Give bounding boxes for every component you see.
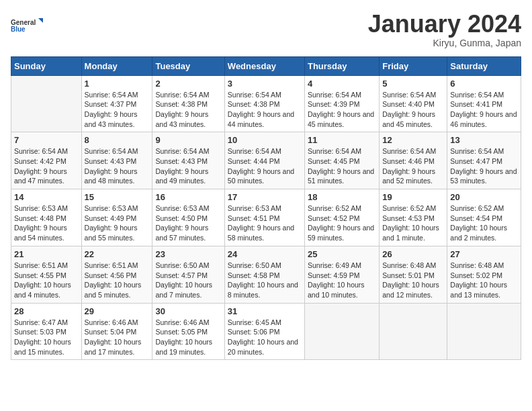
day-number: 9 xyxy=(155,135,221,145)
day-cell: 17 Sunrise: 6:53 AMSunset: 4:51 PMDaylig… xyxy=(224,189,304,246)
day-number: 30 xyxy=(155,306,221,316)
day-detail: Sunrise: 6:50 AMSunset: 4:58 PMDaylight:… xyxy=(228,261,302,300)
day-number: 19 xyxy=(382,192,444,202)
day-cell xyxy=(380,303,447,360)
day-detail: Sunrise: 6:50 AMSunset: 4:57 PMDaylight:… xyxy=(155,261,221,300)
day-detail: Sunrise: 6:53 AMSunset: 4:49 PMDaylight:… xyxy=(85,203,150,243)
day-cell: 24 Sunrise: 6:50 AMSunset: 4:58 PMDaylig… xyxy=(224,246,304,303)
header-cell: Monday xyxy=(81,56,152,75)
day-detail: Sunrise: 6:51 AMSunset: 4:55 PMDaylight:… xyxy=(14,261,79,300)
day-cell: 29 Sunrise: 6:46 AMSunset: 5:04 PMDaylig… xyxy=(81,303,152,360)
month-title: January 2024 xyxy=(368,11,521,38)
day-cell: 15 Sunrise: 6:53 AMSunset: 4:49 PMDaylig… xyxy=(81,189,152,246)
day-cell: 8 Sunrise: 6:54 AMSunset: 4:43 PMDayligh… xyxy=(81,132,152,189)
header-cell: Thursday xyxy=(304,56,379,75)
week-row: 14 Sunrise: 6:53 AMSunset: 4:48 PMDaylig… xyxy=(11,189,521,246)
location-subtitle: Kiryu, Gunma, Japan xyxy=(368,38,521,48)
week-row: 1 Sunrise: 6:54 AMSunset: 4:37 PMDayligh… xyxy=(11,75,521,132)
week-row: 7 Sunrise: 6:54 AMSunset: 4:42 PMDayligh… xyxy=(11,132,521,189)
day-number: 12 xyxy=(382,135,444,145)
svg-text:General: General xyxy=(11,19,36,26)
day-cell: 20 Sunrise: 6:52 AMSunset: 4:54 PMDaylig… xyxy=(447,189,521,246)
day-cell: 1 Sunrise: 6:54 AMSunset: 4:37 PMDayligh… xyxy=(81,75,152,132)
day-cell: 14 Sunrise: 6:53 AMSunset: 4:48 PMDaylig… xyxy=(11,189,82,246)
header-cell: Saturday xyxy=(447,56,521,75)
logo: General Blue xyxy=(11,11,44,40)
day-cell xyxy=(447,303,521,360)
header-cell: Tuesday xyxy=(152,56,224,75)
logo-svg: General Blue xyxy=(11,11,44,40)
day-detail: Sunrise: 6:53 AMSunset: 4:48 PMDaylight:… xyxy=(14,203,79,243)
day-detail: Sunrise: 6:52 AMSunset: 4:53 PMDaylight:… xyxy=(382,203,444,243)
day-cell: 4 Sunrise: 6:54 AMSunset: 4:39 PMDayligh… xyxy=(304,75,379,132)
day-detail: Sunrise: 6:49 AMSunset: 4:59 PMDaylight:… xyxy=(308,261,376,300)
day-number: 5 xyxy=(382,79,444,89)
day-number: 22 xyxy=(85,249,150,259)
svg-marker-2 xyxy=(38,18,43,23)
day-number: 13 xyxy=(450,135,518,145)
day-cell: 25 Sunrise: 6:49 AMSunset: 4:59 PMDaylig… xyxy=(304,246,379,303)
day-detail: Sunrise: 6:54 AMSunset: 4:45 PMDaylight:… xyxy=(308,146,376,186)
day-cell: 30 Sunrise: 6:46 AMSunset: 5:05 PMDaylig… xyxy=(152,303,224,360)
day-cell: 11 Sunrise: 6:54 AMSunset: 4:45 PMDaylig… xyxy=(304,132,379,189)
day-cell: 28 Sunrise: 6:47 AMSunset: 5:03 PMDaylig… xyxy=(11,303,82,360)
day-cell: 21 Sunrise: 6:51 AMSunset: 4:55 PMDaylig… xyxy=(11,246,82,303)
day-number: 16 xyxy=(155,192,221,202)
day-detail: Sunrise: 6:54 AMSunset: 4:41 PMDaylight:… xyxy=(450,90,518,130)
day-detail: Sunrise: 6:54 AMSunset: 4:42 PMDaylight:… xyxy=(14,146,79,186)
day-cell: 7 Sunrise: 6:54 AMSunset: 4:42 PMDayligh… xyxy=(11,132,82,189)
day-number: 6 xyxy=(450,79,518,89)
day-cell: 12 Sunrise: 6:54 AMSunset: 4:46 PMDaylig… xyxy=(380,132,447,189)
day-cell: 9 Sunrise: 6:54 AMSunset: 4:43 PMDayligh… xyxy=(152,132,224,189)
page-header: General Blue January 2024 Kiryu, Gunma, … xyxy=(11,11,521,48)
day-number: 10 xyxy=(228,135,302,145)
day-detail: Sunrise: 6:54 AMSunset: 4:43 PMDaylight:… xyxy=(85,146,150,186)
day-cell xyxy=(11,75,82,132)
day-cell: 6 Sunrise: 6:54 AMSunset: 4:41 PMDayligh… xyxy=(447,75,521,132)
day-number: 31 xyxy=(228,306,302,316)
day-cell: 19 Sunrise: 6:52 AMSunset: 4:53 PMDaylig… xyxy=(380,189,447,246)
day-cell: 27 Sunrise: 6:48 AMSunset: 5:02 PMDaylig… xyxy=(447,246,521,303)
day-detail: Sunrise: 6:48 AMSunset: 5:02 PMDaylight:… xyxy=(450,261,518,300)
day-number: 17 xyxy=(228,192,302,202)
day-detail: Sunrise: 6:52 AMSunset: 4:52 PMDaylight:… xyxy=(308,203,376,243)
day-number: 15 xyxy=(85,192,150,202)
day-detail: Sunrise: 6:51 AMSunset: 4:56 PMDaylight:… xyxy=(85,261,150,300)
day-detail: Sunrise: 6:54 AMSunset: 4:43 PMDaylight:… xyxy=(155,146,221,186)
day-detail: Sunrise: 6:54 AMSunset: 4:44 PMDaylight:… xyxy=(228,146,302,186)
day-detail: Sunrise: 6:54 AMSunset: 4:46 PMDaylight:… xyxy=(382,146,444,186)
day-detail: Sunrise: 6:52 AMSunset: 4:54 PMDaylight:… xyxy=(450,203,518,243)
day-detail: Sunrise: 6:54 AMSunset: 4:39 PMDaylight:… xyxy=(308,90,376,130)
day-detail: Sunrise: 6:53 AMSunset: 4:51 PMDaylight:… xyxy=(228,203,302,243)
day-cell: 18 Sunrise: 6:52 AMSunset: 4:52 PMDaylig… xyxy=(304,189,379,246)
day-detail: Sunrise: 6:54 AMSunset: 4:38 PMDaylight:… xyxy=(228,90,302,130)
svg-text:Blue: Blue xyxy=(11,26,26,33)
day-cell: 3 Sunrise: 6:54 AMSunset: 4:38 PMDayligh… xyxy=(224,75,304,132)
day-detail: Sunrise: 6:46 AMSunset: 5:05 PMDaylight:… xyxy=(155,318,221,357)
day-cell: 26 Sunrise: 6:48 AMSunset: 5:01 PMDaylig… xyxy=(380,246,447,303)
header-cell: Wednesday xyxy=(224,56,304,75)
day-cell: 22 Sunrise: 6:51 AMSunset: 4:56 PMDaylig… xyxy=(81,246,152,303)
day-number: 25 xyxy=(308,249,376,259)
day-number: 29 xyxy=(85,306,150,316)
header-cell: Friday xyxy=(380,56,447,75)
day-detail: Sunrise: 6:54 AMSunset: 4:38 PMDaylight:… xyxy=(155,90,221,130)
day-cell: 13 Sunrise: 6:54 AMSunset: 4:47 PMDaylig… xyxy=(447,132,521,189)
day-number: 4 xyxy=(308,79,376,89)
day-cell: 31 Sunrise: 6:45 AMSunset: 5:06 PMDaylig… xyxy=(224,303,304,360)
day-cell: 5 Sunrise: 6:54 AMSunset: 4:40 PMDayligh… xyxy=(380,75,447,132)
day-number: 20 xyxy=(450,192,518,202)
day-number: 8 xyxy=(85,135,150,145)
calendar-table: SundayMondayTuesdayWednesdayThursdayFrid… xyxy=(11,56,521,361)
day-number: 24 xyxy=(228,249,302,259)
day-detail: Sunrise: 6:47 AMSunset: 5:03 PMDaylight:… xyxy=(14,318,79,357)
week-row: 28 Sunrise: 6:47 AMSunset: 5:03 PMDaylig… xyxy=(11,303,521,360)
header-row: SundayMondayTuesdayWednesdayThursdayFrid… xyxy=(11,56,521,75)
day-number: 21 xyxy=(14,249,79,259)
day-cell: 2 Sunrise: 6:54 AMSunset: 4:38 PMDayligh… xyxy=(152,75,224,132)
day-detail: Sunrise: 6:46 AMSunset: 5:04 PMDaylight:… xyxy=(85,318,150,357)
week-row: 21 Sunrise: 6:51 AMSunset: 4:55 PMDaylig… xyxy=(11,246,521,303)
header-cell: Sunday xyxy=(11,56,82,75)
day-cell: 10 Sunrise: 6:54 AMSunset: 4:44 PMDaylig… xyxy=(224,132,304,189)
day-number: 23 xyxy=(155,249,221,259)
